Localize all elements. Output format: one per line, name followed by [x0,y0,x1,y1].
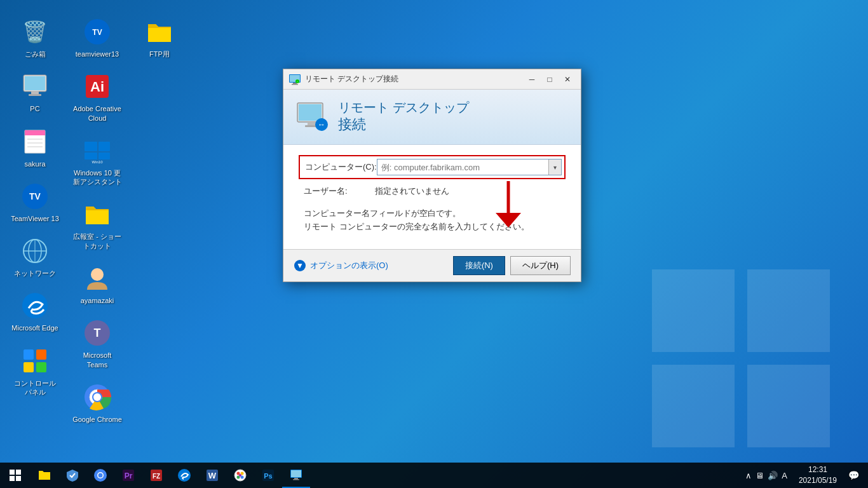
taskbar-explorer[interactable] [31,463,58,488]
desktop-icon-teams[interactable]: T Microsoft Teams [69,314,126,373]
desktop-icon-edge[interactable]: Microsoft Edge [6,287,64,336]
svg-text:TV: TV [92,28,102,37]
svg-point-67 [178,469,191,482]
desktop-icon-pc[interactable]: PC [6,67,64,117]
svg-rect-56 [10,470,15,475]
computer-dropdown[interactable]: ▾ [548,159,561,175]
connect-button[interactable]: 接続(N) [453,256,505,275]
desktop-icon-adobe-cc[interactable]: Ai Adobe Creative Cloud [69,67,126,126]
rdp-header-line1: リモート デスクトップ [338,100,469,115]
adobe-cc-label: Adobe Creative Cloud [72,104,122,123]
teamviewer13-label: teamviewer13 [76,50,119,58]
rdp-header-text: リモート デスクトップ 接続 [338,100,469,134]
warning-line2: リモート コンピューターの完全な名前を入力してください。 [304,222,529,231]
svg-rect-7 [29,94,41,96]
notification-icon[interactable]: 💬 [844,470,863,480]
taskbar-premiere[interactable]: Pr [114,463,142,488]
svg-rect-81 [293,479,299,480]
svg-text:Ai: Ai [90,79,104,95]
taskbar-system-tray: ∧ 🖥 🔊 A 12:31 2021/05/19 💬 [742,464,868,486]
svg-point-75 [239,474,241,477]
svg-point-33 [91,268,104,281]
svg-text:W: W [208,471,217,480]
desktop-icon-ftp[interactable]: FTP用 [131,13,188,62]
svg-rect-5 [25,76,45,90]
options-link[interactable]: オプションの表示(O) [310,260,388,271]
desktop-icon-chrome[interactable]: Google Chrome [69,378,126,428]
svg-point-62 [98,473,103,478]
taskbar-rdp[interactable] [282,463,310,488]
start-button[interactable] [0,463,31,488]
minimize-button[interactable]: ─ [524,72,540,87]
svg-rect-6 [31,92,39,94]
desktop-icon-control-panel[interactable]: コントロール パネル [6,342,64,401]
desktop-icon-recycle-bin[interactable]: 🗑️ ごみ箱 [6,13,64,62]
rdp-titlebar-text: リモート デスクトップ接続 [305,74,524,85]
svg-rect-58 [10,476,15,481]
paint-icon [233,468,247,482]
teams-icon: T [82,318,112,348]
taskbar-filezilla[interactable]: FZ [142,463,170,488]
win10update-label: Windows 10 更新アシスタント [72,168,122,187]
desktop-icon-koho[interactable]: 広報室 - ショートカット [69,195,126,254]
taskbar-photoshop[interactable]: Ps [254,463,282,488]
svg-text:Win10: Win10 [92,160,103,164]
clock[interactable]: 12:31 2021/05/19 [794,464,842,486]
shield-icon [65,468,79,482]
pc-icon [20,71,50,102]
desktop-icon-ayamazaki[interactable]: ayamazaki [69,259,126,309]
svg-rect-59 [16,476,21,481]
edge-taskbar-icon [177,468,191,482]
svg-rect-57 [16,470,21,475]
taskbar-security[interactable] [58,463,86,488]
premiere-icon: Pr [121,468,135,482]
photoshop-icon: Ps [261,468,275,482]
rdp-body: コンピューター(C): ▾ ユーザー名: 指定されていません コンピューター名フ… [283,145,581,249]
desktop-icon-sakura[interactable]: sakura [6,123,64,172]
taskbar-edge[interactable] [170,463,198,488]
desktop-icon-teamviewer13[interactable]: TV teamviewer13 [69,13,126,62]
svg-rect-80 [294,478,298,479]
sakura-label: sakura [24,159,45,168]
volume-icon[interactable]: 🔊 [768,471,778,480]
warning-line1: コンピューター名フィールドが空白です。 [304,208,461,218]
edge-icon [20,290,50,321]
maximize-button[interactable]: □ [541,72,558,87]
svg-text:TV: TV [29,191,41,201]
rdp-header-icon: ↔ [296,100,329,133]
win10update-icon: Win10 [82,135,112,166]
svg-text:Pr: Pr [125,471,133,480]
recycle-bin-icon: 🗑️ [20,17,50,47]
desktop-icon-network[interactable]: ネットワーク [6,232,64,281]
chrome-label: Google Chrome [72,415,122,424]
clock-date: 2021/05/19 [799,475,837,486]
rdp-titlebar-buttons: ─ □ ✕ [524,72,576,87]
computer-input[interactable] [377,161,548,174]
ayamazaki-label: ayamazaki [81,296,114,305]
help-button[interactable]: ヘルプ(H) [510,256,571,275]
rdp-taskbar-icon [289,468,303,482]
taskbar-chrome[interactable] [86,463,114,488]
svg-rect-22 [24,362,34,372]
svg-rect-30 [85,152,97,159]
options-expand[interactable]: ▼ オプションの表示(O) [294,259,388,272]
username-label: ユーザー名: [304,186,375,197]
taskbar-word[interactable]: W [198,463,226,488]
svg-text:↔: ↔ [318,120,325,129]
ftp-label: FTP用 [149,50,170,58]
svg-rect-43 [292,84,298,85]
rdp-header: ↔ リモート デスクトップ 接続 [283,90,581,145]
chevron-up-icon[interactable]: ∧ [745,471,752,480]
desktop-icon-win10update[interactable]: Win10 Windows 10 更新アシスタント [69,132,126,191]
close-button[interactable]: ✕ [559,72,576,87]
svg-text:T: T [94,327,101,339]
clock-time: 12:31 [808,464,827,475]
network-tray-icon[interactable]: 🖥 [756,471,764,480]
ayamazaki-icon [82,263,112,294]
speaker-label: A [782,471,787,480]
windows-logo-icon [10,470,21,481]
teamviewer-label: TeamViewer 13 [11,214,59,223]
taskbar-paint[interactable] [226,463,254,488]
desktop-icon-teamviewer[interactable]: TV TeamViewer 13 [6,177,64,227]
koho-label: 広報室 - ショートカット [72,232,122,250]
